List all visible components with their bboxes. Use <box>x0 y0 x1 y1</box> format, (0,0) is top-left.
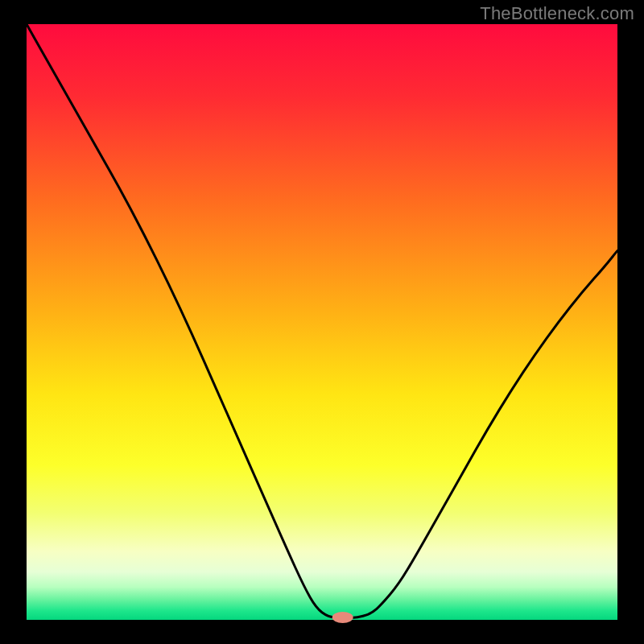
bottleneck-chart <box>0 0 644 644</box>
chart-frame: TheBottleneck.com <box>0 0 644 644</box>
plot-background <box>27 24 617 620</box>
optimum-marker <box>332 612 353 623</box>
watermark-text: TheBottleneck.com <box>480 3 634 24</box>
